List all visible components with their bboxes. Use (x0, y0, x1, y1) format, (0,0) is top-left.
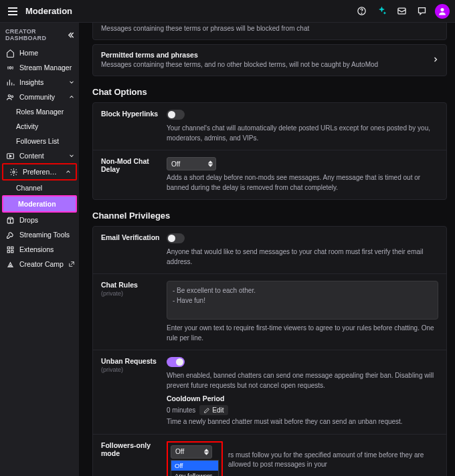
card-desc: Messages containing these terms or phras… (101, 24, 438, 33)
permitted-terms-card[interactable]: Permitted terms and phrases Messages con… (92, 44, 447, 76)
unban-requests-toggle[interactable] (167, 357, 185, 367)
chat-options-panel: Block Hyperlinks Your channel's chat wil… (92, 102, 447, 200)
sidebar-item-creator-camp[interactable]: Creator Camp (0, 257, 79, 271)
drops-icon (5, 216, 15, 225)
external-link-icon (68, 261, 75, 267)
svg-rect-12 (7, 250, 9, 252)
sparkle-icon[interactable] (375, 5, 388, 18)
sidebar-item-roles-manager[interactable]: Roles Manager (0, 104, 79, 119)
select-value: Off (175, 448, 184, 455)
main-content: Messages containing these terms or phras… (79, 23, 455, 476)
unban-requests-label: Unban Requests (private) (101, 357, 160, 427)
sidebar-header: CREATOR DASHBOARD (5, 28, 66, 41)
svg-rect-11 (11, 247, 13, 249)
svg-point-1 (361, 13, 362, 13)
sidebar-label: Roles Manager (16, 108, 75, 116)
chat-rules-textarea[interactable] (167, 281, 438, 320)
svg-point-8 (12, 170, 14, 172)
topbar: Moderation (0, 0, 455, 23)
row-desc: rs must follow you for the specified amo… (228, 451, 438, 470)
help-icon[interactable] (355, 5, 368, 18)
svg-point-3 (441, 8, 444, 11)
block-hyperlinks-label: Block Hyperlinks (101, 110, 160, 143)
svg-point-4 (9, 66, 11, 68)
channel-privileges-panel: Email Verification Anyone that would lik… (92, 226, 447, 476)
sidebar-item-content[interactable]: Content (0, 148, 79, 163)
chevron-up-icon (68, 94, 75, 100)
sidebar-item-insights[interactable]: Insights (0, 75, 79, 90)
chevron-down-icon (68, 152, 75, 159)
svg-rect-13 (11, 250, 13, 252)
avatar[interactable] (435, 4, 450, 19)
sidebar-label: Activity (16, 122, 75, 130)
row-desc: Your channel's chat will automatically d… (167, 124, 438, 143)
private-tag: (private) (101, 366, 123, 373)
email-verification-label: Email Verification (101, 233, 160, 267)
row-desc: Enter your own text to require first-tim… (167, 324, 438, 343)
inbox-icon[interactable] (395, 5, 408, 18)
sidebar-item-preferences[interactable]: Preferences (3, 164, 76, 179)
card-title: Permitted terms and phrases (101, 51, 438, 59)
chat-icon[interactable] (415, 5, 428, 18)
community-icon (5, 93, 15, 102)
chevron-down-icon (68, 79, 75, 86)
sidebar-label: Streaming Tools (19, 231, 75, 239)
home-icon (5, 49, 15, 57)
sidebar-item-moderation[interactable]: Moderation (3, 197, 76, 211)
sidebar-item-streaming-tools[interactable]: Streaming Tools (0, 227, 79, 242)
blocked-terms-card[interactable]: Messages containing these terms or phras… (92, 23, 447, 40)
sidebar-item-followers-list[interactable]: Followers List (0, 134, 79, 148)
select-arrows-icon (204, 449, 209, 455)
hamburger-menu[interactable] (5, 4, 20, 19)
block-hyperlinks-toggle[interactable] (167, 110, 185, 120)
chat-options-heading: Chat Options (92, 87, 447, 97)
sidebar-label: Followers List (16, 137, 75, 145)
row-desc: Adds a short delay before non-mods see m… (167, 173, 438, 193)
cooldown-heading: Cooldown Period (167, 394, 438, 402)
sidebar-item-community[interactable]: Community (0, 90, 79, 104)
email-verification-toggle[interactable] (167, 233, 185, 243)
edit-label: Edit (212, 406, 223, 414)
sidebar-item-drops[interactable]: Drops (0, 213, 79, 227)
edit-cooldown-button[interactable]: Edit (199, 405, 227, 415)
sidebar-label: Content (19, 152, 64, 160)
chevron-up-icon (65, 168, 72, 175)
stream-icon (5, 64, 15, 72)
cooldown-value: 0 minutes (167, 406, 195, 414)
followers-only-dropdown: OffAny followers10 Minutes30 Minutes1 Ho… (171, 460, 219, 477)
sidebar-label: Insights (19, 78, 64, 86)
content-icon (5, 152, 15, 160)
channel-privileges-heading: Channel Privileges (92, 211, 447, 221)
select-value: Off (171, 160, 180, 168)
sidebar: CREATOR DASHBOARD Home Stream Manager In… (0, 23, 79, 476)
row-desc: Anyone that would like to send messages … (167, 247, 438, 267)
extensions-icon (5, 245, 15, 254)
sidebar-item-extensions[interactable]: Extensions (0, 242, 79, 257)
dropdown-option[interactable]: Any followers (171, 471, 218, 477)
sidebar-item-stream-manager[interactable]: Stream Manager (0, 60, 79, 75)
sidebar-item-activity[interactable]: Activity (0, 119, 79, 134)
row-desc: Time a newly banned chatter must wait be… (167, 417, 438, 427)
sidebar-item-home[interactable]: Home (0, 45, 79, 60)
row-desc: When enabled, banned chatters can send o… (167, 371, 438, 390)
sidebar-label: Moderation (18, 200, 72, 208)
collapse-sidebar-icon[interactable] (66, 31, 75, 39)
private-tag: (private) (101, 290, 123, 297)
gear-icon (9, 168, 18, 176)
svg-point-6 (11, 96, 13, 98)
non-mod-delay-select[interactable]: Off (167, 157, 216, 170)
select-arrows-icon (208, 161, 213, 167)
sidebar-label: Stream Manager (19, 64, 75, 72)
svg-rect-10 (7, 247, 9, 249)
chevron-right-icon (432, 55, 440, 65)
sidebar-label: Community (19, 93, 64, 101)
followers-only-select[interactable]: Off (171, 445, 212, 459)
svg-rect-2 (397, 8, 405, 14)
followers-only-highlight: Off OffAny followers10 Minutes30 Minutes… (167, 441, 223, 477)
page-title: Moderation (25, 6, 72, 16)
dropdown-option[interactable]: Off (171, 461, 218, 471)
sidebar-label: Creator Camp (19, 260, 64, 268)
sidebar-item-channel[interactable]: Channel (0, 181, 79, 195)
non-mod-delay-label: Non-Mod Chat Delay (101, 157, 160, 193)
sidebar-label: Extensions (19, 245, 75, 253)
